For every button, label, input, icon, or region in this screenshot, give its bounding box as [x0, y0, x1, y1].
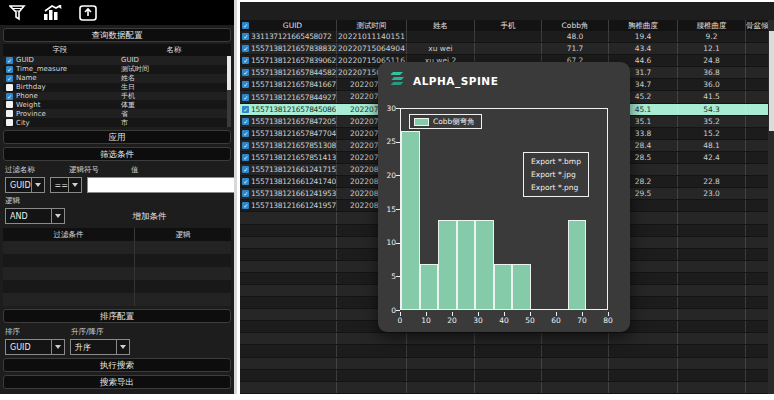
row-checkbox[interactable] [6, 84, 13, 91]
field-cn-name: 市 [117, 118, 231, 127]
y-axis-tick [396, 209, 400, 210]
y-axis-tick [396, 276, 400, 277]
guid-value: 1557138121657839062 [251, 55, 336, 66]
thoracic-cell: 19.4 [609, 31, 678, 42]
x-axis-tick [478, 312, 479, 316]
table-row[interactable]: ✓155713812165783883220220715064904xu wei… [240, 43, 774, 55]
name-cell: xu wei [407, 43, 475, 54]
histogram-bar [401, 131, 420, 309]
field-list-scrollbar[interactable] [227, 56, 231, 127]
sort-field-select[interactable]: GUID [5, 339, 65, 355]
column-header: 胸椎曲度 [609, 20, 678, 31]
row-checkbox[interactable]: ✓ [242, 106, 249, 113]
export-menu-item[interactable]: Export *.bmp [524, 155, 588, 168]
row-checkbox[interactable] [6, 119, 13, 126]
field-name-cell: Birthday [3, 83, 117, 91]
name-col-header: 名称 [117, 44, 231, 56]
guid-value: 1557138121657841667 [251, 79, 336, 90]
row-checkbox[interactable]: ✓ [242, 57, 249, 64]
export-icon[interactable] [79, 5, 97, 21]
row-checkbox[interactable]: ✓ [242, 118, 249, 125]
row-checkbox[interactable]: ✓ [6, 93, 13, 100]
field-name-cell: Province [3, 110, 117, 118]
export-menu-item[interactable]: Export *.jpg [524, 168, 588, 181]
chart-legend: Cobb侧弯角 [409, 114, 482, 129]
row-checkbox[interactable]: ✓ [6, 66, 13, 73]
row-checkbox[interactable]: ✓ [242, 190, 249, 197]
sort-order-select[interactable]: 升序 [70, 339, 130, 355]
x-axis-tick-label: 30 [473, 316, 483, 325]
sidebar: 查询数据配置 字段 名称 ✓GUIDGUID✓Time_measure测试时间✓… [0, 0, 237, 394]
guid-cell: ✓1557138121657845086 [240, 104, 337, 115]
row-checkbox[interactable] [6, 101, 13, 108]
x-axis-tick-label: 80 [603, 316, 613, 325]
row-checkbox[interactable]: ✓ [242, 94, 249, 101]
x-axis-tick [452, 312, 453, 316]
add-condition-button[interactable]: 增加条件 [70, 208, 229, 224]
field-col-header: 字段 [3, 44, 117, 56]
bottom-border [0, 394, 774, 400]
field-cn-name: GUID [117, 56, 231, 64]
filter-name-select[interactable]: GUID [5, 177, 45, 193]
field-name: Province [16, 110, 46, 118]
export-menu-item[interactable]: Export *.png [524, 181, 588, 194]
dialog-title: ALPHA_SPINE [413, 75, 498, 87]
x-axis-tick [530, 312, 531, 316]
row-checkbox[interactable]: ✓ [242, 22, 249, 29]
condition-col-header: 过滤条件 [3, 228, 135, 241]
row-checkbox[interactable]: ✓ [6, 57, 13, 64]
field-name-cell: ✓Phone [3, 92, 117, 100]
filter-icon[interactable] [9, 5, 27, 21]
filter-value-input[interactable] [87, 177, 237, 193]
guid-cell: ✓331137121665458072 [240, 31, 337, 42]
lumbar-cell: 41.5 [678, 91, 746, 102]
table-row-empty [240, 382, 774, 394]
guid-value: 1557138121657838832 [251, 43, 336, 54]
guid-value: 1557138121657845086 [251, 104, 336, 115]
field-list-item[interactable]: City市 [3, 118, 231, 127]
row-checkbox[interactable]: ✓ [242, 45, 249, 52]
config-section-header: 查询数据配置 [3, 28, 231, 42]
field-name: Time_measure [16, 65, 67, 73]
row-checkbox[interactable]: ✓ [242, 142, 249, 149]
alpha-spine-dialog: ALPHA_SPINE Cobb侧弯角 05101520253001020304… [378, 62, 630, 332]
export-context-menu: Export *.bmpExport *.jpgExport *.png [523, 152, 589, 197]
filter-op-label: 逻辑符号 [69, 165, 131, 175]
name-cell [407, 31, 475, 42]
row-checkbox[interactable] [6, 110, 13, 117]
sort-label: 排序 [5, 327, 71, 337]
lumbar-cell: 22.8 [678, 176, 746, 187]
table-row-empty [240, 345, 774, 357]
column-header: 测试时间 [337, 20, 407, 31]
row-checkbox[interactable]: ✓ [6, 75, 13, 82]
guid-value: 1557138121661241740 [251, 176, 336, 187]
table-scrollbar[interactable] [768, 20, 774, 396]
row-checkbox[interactable]: ✓ [242, 33, 249, 40]
table-row[interactable]: ✓3311371216654580722022101114015148.019.… [240, 31, 774, 43]
guid-value: 1557138121661241957 [251, 200, 336, 211]
table-top-gap [240, 2, 774, 20]
row-checkbox[interactable]: ✓ [242, 130, 249, 137]
row-checkbox[interactable]: ✓ [242, 166, 249, 173]
condition-logic-header: 逻辑 [135, 228, 231, 241]
order-label: 升序/降序 [71, 327, 229, 337]
guid-cell: ✓1557138121657839062 [240, 55, 337, 66]
row-checkbox[interactable]: ✓ [242, 154, 249, 161]
guid-value: 1557138121661241953 [251, 188, 336, 199]
apply-button[interactable]: 应用 [3, 130, 231, 144]
y-axis-tick [396, 142, 400, 143]
table-row-empty [240, 333, 774, 345]
logic-select[interactable]: AND [5, 208, 65, 224]
row-checkbox[interactable]: ✓ [242, 81, 249, 88]
condition-row-empty [3, 267, 231, 280]
x-axis-tick-label: 0 [398, 316, 403, 325]
x-axis-tick-label: 10 [421, 316, 431, 325]
row-checkbox[interactable]: ✓ [242, 202, 249, 209]
row-checkbox[interactable]: ✓ [242, 178, 249, 185]
row-checkbox[interactable]: ✓ [242, 69, 249, 76]
search-button[interactable]: 执行搜索 [3, 358, 231, 372]
filter-op-select[interactable]: == [50, 177, 82, 193]
app-window: 查询数据配置 字段 名称 ✓GUIDGUID✓Time_measure测试时间✓… [0, 0, 774, 400]
chart-icon[interactable] [43, 5, 63, 21]
histogram-bar [512, 264, 531, 309]
